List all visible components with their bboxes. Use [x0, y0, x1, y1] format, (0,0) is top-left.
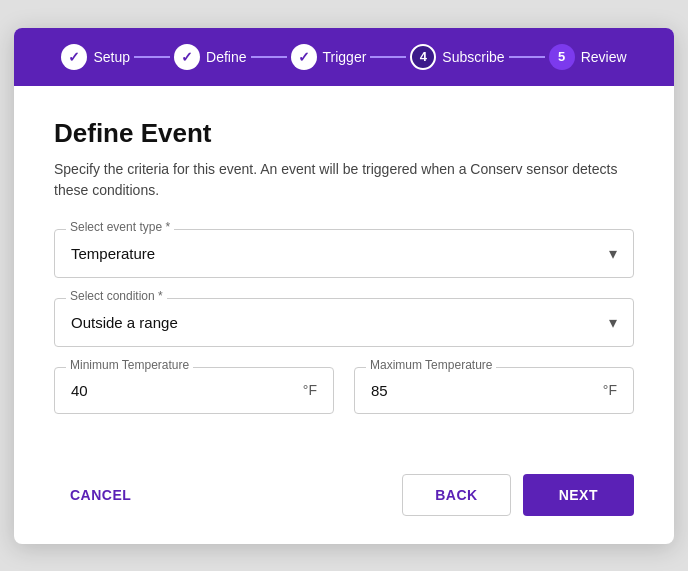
temperature-row: Minimum Temperature 40 °F Maximum Temper… — [54, 367, 634, 434]
event-type-label: Select event type * — [66, 220, 174, 234]
min-temp-value: 40 — [71, 382, 88, 399]
min-temp-label: Minimum Temperature — [66, 358, 193, 372]
page-title: Define Event — [54, 118, 634, 149]
modal-footer: CANCEL BACK NEXT — [14, 462, 674, 544]
max-temp-field: Maximum Temperature 85 °F — [354, 367, 634, 414]
condition-field: Select condition * Outside a range ▾ — [54, 298, 634, 347]
page-description: Specify the criteria for this event. An … — [54, 159, 634, 201]
step-define: ✓ Define — [174, 44, 246, 70]
condition-value: Outside a range — [71, 314, 178, 331]
max-temp-label: Maximum Temperature — [366, 358, 496, 372]
min-temp-input[interactable]: 40 °F — [54, 367, 334, 414]
navigation-buttons: BACK NEXT — [402, 474, 634, 516]
condition-select[interactable]: Outside a range ▾ — [54, 298, 634, 347]
step-trigger-label: Trigger — [323, 49, 367, 65]
step-setup: ✓ Setup — [61, 44, 130, 70]
max-temp-input[interactable]: 85 °F — [354, 367, 634, 414]
chevron-down-icon-2: ▾ — [609, 313, 617, 332]
step-trigger-icon: ✓ — [291, 44, 317, 70]
step-subscribe: 4 Subscribe — [410, 44, 504, 70]
step-review-icon: 5 — [549, 44, 575, 70]
next-button[interactable]: NEXT — [523, 474, 634, 516]
condition-label: Select condition * — [66, 289, 167, 303]
step-connector-2 — [251, 56, 287, 58]
max-temp-unit: °F — [603, 382, 617, 398]
step-setup-label: Setup — [93, 49, 130, 65]
event-type-value: Temperature — [71, 245, 155, 262]
cancel-button[interactable]: CANCEL — [54, 475, 147, 515]
step-connector-1 — [134, 56, 170, 58]
stepper: ✓ Setup ✓ Define ✓ Trigger 4 Subscribe — [14, 28, 674, 86]
step-setup-icon: ✓ — [61, 44, 87, 70]
step-trigger: ✓ Trigger — [291, 44, 367, 70]
step-connector-3 — [370, 56, 406, 58]
back-button[interactable]: BACK — [402, 474, 510, 516]
min-temp-field: Minimum Temperature 40 °F — [54, 367, 334, 414]
step-define-label: Define — [206, 49, 246, 65]
step-subscribe-label: Subscribe — [442, 49, 504, 65]
step-connector-4 — [509, 56, 545, 58]
modal-container: ✓ Setup ✓ Define ✓ Trigger 4 Subscribe — [14, 28, 674, 544]
step-review: 5 Review — [549, 44, 627, 70]
event-type-field: Select event type * Temperature ▾ — [54, 229, 634, 278]
modal-body: Define Event Specify the criteria for th… — [14, 86, 674, 462]
max-temp-value: 85 — [371, 382, 388, 399]
event-type-select[interactable]: Temperature ▾ — [54, 229, 634, 278]
min-temp-unit: °F — [303, 382, 317, 398]
step-define-icon: ✓ — [174, 44, 200, 70]
step-subscribe-icon: 4 — [410, 44, 436, 70]
chevron-down-icon: ▾ — [609, 244, 617, 263]
step-review-label: Review — [581, 49, 627, 65]
